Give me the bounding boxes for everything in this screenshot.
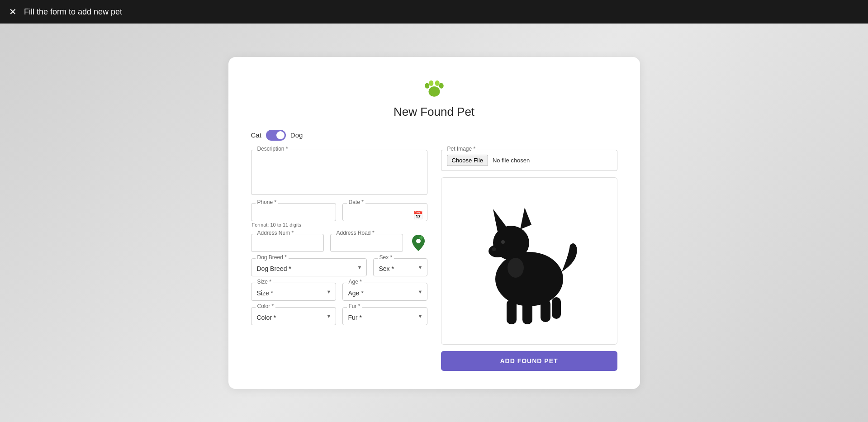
form-card: New Found Pet Cat Dog Description * bbox=[228, 57, 640, 389]
svg-point-2 bbox=[429, 80, 433, 85]
svg-rect-16 bbox=[522, 299, 532, 324]
svg-point-5 bbox=[428, 86, 440, 96]
svg-point-13 bbox=[489, 245, 507, 257]
description-input[interactable] bbox=[251, 150, 427, 195]
svg-rect-17 bbox=[541, 299, 550, 322]
phone-input[interactable] bbox=[251, 203, 336, 221]
pet-image-preview bbox=[441, 177, 617, 345]
file-name-display: No file chosen bbox=[493, 157, 530, 164]
pet-image-label: Pet Image * bbox=[446, 146, 478, 152]
left-column: Description * Phone * Format: 10 to 11 d… bbox=[251, 150, 427, 371]
choose-file-button[interactable]: Choose File bbox=[447, 155, 488, 166]
svg-point-21 bbox=[508, 258, 524, 278]
close-icon[interactable]: ✕ bbox=[9, 7, 17, 16]
svg-rect-15 bbox=[507, 299, 517, 324]
topbar-title: Fill the form to add new pet bbox=[24, 7, 122, 17]
svg-rect-18 bbox=[552, 297, 561, 319]
svg-point-1 bbox=[425, 83, 429, 88]
breed-sex-row: Dog Breed * Dog Breed * Sex * Sex * bbox=[251, 258, 427, 276]
svg-point-3 bbox=[435, 80, 439, 85]
address-num-field: Address Num * bbox=[251, 234, 324, 252]
date-input[interactable] bbox=[342, 203, 427, 221]
cat-label: Cat bbox=[251, 131, 261, 139]
background: New Found Pet Cat Dog Description * bbox=[0, 24, 868, 422]
color-select[interactable]: Color * bbox=[251, 307, 336, 325]
address-row: Address Num * Address Road * bbox=[251, 234, 427, 252]
pet-type-toggle[interactable] bbox=[266, 130, 286, 141]
dog-breed-select[interactable]: Dog Breed * bbox=[251, 258, 367, 276]
svg-marker-12 bbox=[520, 208, 531, 229]
fur-select[interactable]: Fur * bbox=[342, 307, 427, 325]
pet-type-toggle-row: Cat Dog bbox=[251, 130, 617, 141]
sex-field: Sex * Sex * bbox=[373, 258, 427, 276]
description-field: Description * bbox=[251, 150, 427, 197]
form-body: Description * Phone * Format: 10 to 11 d… bbox=[251, 150, 617, 371]
age-select[interactable]: Age * bbox=[342, 283, 427, 301]
phone-date-row: Phone * Format: 10 to 11 digits Date * 📅 bbox=[251, 203, 427, 228]
location-button[interactable] bbox=[409, 234, 427, 252]
phone-hint: Format: 10 to 11 digits bbox=[251, 222, 336, 228]
right-column: Pet Image * Choose File No file chosen bbox=[441, 150, 617, 371]
pet-image-field: Pet Image * Choose File No file chosen bbox=[441, 150, 617, 171]
dog-breed-field: Dog Breed * Dog Breed * bbox=[251, 258, 367, 276]
color-field: Color * Color * bbox=[251, 307, 336, 325]
size-select[interactable]: Size * bbox=[251, 283, 336, 301]
address-road-input[interactable] bbox=[330, 234, 403, 252]
size-age-row: Size * Size * Age * Age * bbox=[251, 283, 427, 301]
color-fur-row: Color * Color * Fur * Fur * bbox=[251, 307, 427, 325]
card-title: New Found Pet bbox=[394, 105, 474, 119]
svg-point-4 bbox=[439, 83, 443, 88]
svg-point-6 bbox=[416, 239, 421, 243]
svg-point-20 bbox=[492, 247, 496, 251]
fur-field: Fur * Fur * bbox=[342, 307, 427, 325]
address-num-input[interactable] bbox=[251, 234, 324, 252]
paw-icon bbox=[422, 75, 447, 100]
svg-point-19 bbox=[501, 240, 505, 244]
sex-select[interactable]: Sex * bbox=[373, 258, 427, 276]
dog-label: Dog bbox=[290, 131, 303, 139]
size-field: Size * Size * bbox=[251, 283, 336, 301]
dog-silhouette-image bbox=[470, 189, 588, 333]
card-header: New Found Pet bbox=[251, 75, 617, 119]
location-pin-icon bbox=[411, 235, 426, 251]
age-field: Age * Age * bbox=[342, 283, 427, 301]
svg-point-9 bbox=[495, 252, 563, 306]
add-found-pet-button[interactable]: ADD FOUND PET bbox=[441, 351, 617, 371]
date-field: Date * 📅 bbox=[342, 203, 427, 228]
topbar: ✕ Fill the form to add new pet bbox=[0, 0, 868, 24]
address-road-field: Address Road * bbox=[330, 234, 403, 252]
file-input-box: Choose File No file chosen bbox=[441, 150, 617, 171]
phone-field: Phone * Format: 10 to 11 digits bbox=[251, 203, 336, 228]
